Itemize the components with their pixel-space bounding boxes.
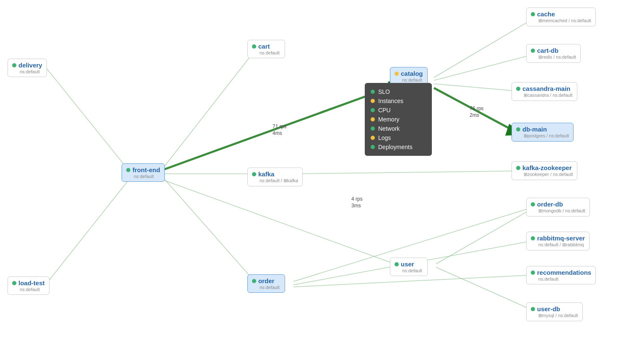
- node-recommendations-label: recommendations: [537, 269, 591, 276]
- status-dot-user-db: [531, 307, 535, 311]
- node-cassandra-main[interactable]: cassandra-main ⊞cassandra / ns:default: [512, 82, 577, 101]
- node-order-db-label: order-db: [537, 201, 563, 208]
- svg-line-13: [293, 275, 537, 287]
- svg-line-6: [164, 180, 400, 266]
- node-order-label: order: [258, 277, 274, 284]
- tooltip-label-network: Network: [378, 125, 400, 132]
- node-db-main[interactable]: db-main ⊞postgres / ns:default: [512, 123, 574, 142]
- node-user[interactable]: user ns:default: [390, 258, 428, 276]
- node-db-main-label: db-main: [522, 126, 547, 133]
- node-order-sub: ns:default: [252, 285, 280, 290]
- node-cart-db-label: cart-db: [537, 47, 558, 54]
- tooltip-item-instances[interactable]: Instances: [371, 96, 426, 106]
- status-dot-catalog: [395, 72, 399, 76]
- svg-line-0: [46, 68, 129, 171]
- tooltip-label-deployments: Deployments: [378, 144, 413, 150]
- node-cart-label: cart: [258, 43, 270, 50]
- tooltip-dot-slo: [371, 90, 375, 94]
- tooltip-item-cpu[interactable]: CPU: [371, 106, 426, 115]
- tooltip-item-deployments[interactable]: Deployments: [371, 142, 426, 152]
- catalog-tooltip-panel[interactable]: SLO Instances CPU Memory Network Logs De…: [365, 83, 432, 156]
- status-dot-cart: [252, 44, 256, 49]
- tooltip-dot-network: [371, 126, 375, 131]
- node-cache-sub: ⊞memcached / ns:default: [531, 18, 591, 23]
- svg-line-16: [293, 171, 520, 174]
- node-cache[interactable]: cache ⊞memcached / ns:default: [526, 8, 596, 26]
- node-delivery-label: delivery: [18, 62, 42, 69]
- node-catalog-sub: ns:default: [395, 77, 423, 83]
- status-dot-rabbitmq-server: [531, 236, 535, 240]
- tooltip-item-memory[interactable]: Memory: [371, 115, 426, 124]
- node-rabbitmq-server-sub: ns:default / ⊞rabbitmq: [531, 242, 585, 248]
- node-kafka-label: kafka: [258, 170, 274, 178]
- node-rabbitmq-server-label: rabbitmq-server: [537, 235, 585, 242]
- node-user-db-sub: ⊞mysql / ns:default: [531, 313, 578, 318]
- status-dot-delivery: [12, 63, 16, 67]
- status-dot-cart-db: [531, 49, 535, 53]
- node-recommendations-sub: ns:default: [531, 276, 591, 281]
- node-load-test-sub: ns:default: [12, 287, 45, 292]
- node-delivery-sub: ns:default: [12, 69, 42, 74]
- node-kafka-sub: ns:default / ⊞kafka: [252, 178, 298, 183]
- node-user-sub: ns:default: [395, 268, 423, 273]
- node-cache-label: cache: [537, 10, 555, 18]
- node-cart[interactable]: cart ns:default: [247, 40, 285, 58]
- node-cassandra-main-sub: ⊞cassandra / ns:default: [516, 93, 573, 98]
- node-rabbitmq-server[interactable]: rabbitmq-server ns:default / ⊞rabbitmq: [526, 232, 589, 250]
- node-kafka-zookeeper-label: kafka-zookeeper: [522, 164, 572, 171]
- node-front-end[interactable]: front-end ns:default: [122, 163, 165, 182]
- node-cassandra-main-label: cassandra-main: [522, 85, 570, 92]
- status-dot-recommendations: [531, 271, 535, 275]
- status-dot-cache: [531, 12, 535, 16]
- tooltip-dot-instances: [371, 99, 375, 103]
- status-dot-db-main: [516, 127, 520, 132]
- tooltip-label-instances: Instances: [378, 98, 403, 104]
- tooltip-item-network[interactable]: Network: [371, 124, 426, 133]
- node-delivery[interactable]: delivery ns:default: [8, 59, 47, 77]
- tooltip-item-logs[interactable]: Logs: [371, 133, 426, 142]
- status-dot-front-end: [126, 168, 130, 172]
- node-user-db[interactable]: user-db ⊞mysql / ns:default: [526, 302, 583, 321]
- edge-label-71rps: 71 rps4ms: [273, 124, 286, 137]
- tooltip-label-logs: Logs: [378, 134, 391, 141]
- status-dot-user: [395, 262, 399, 266]
- svg-line-8: [434, 54, 537, 80]
- tooltip-dot-deployments: [371, 145, 375, 149]
- node-front-end-label: front-end: [132, 166, 160, 173]
- svg-line-1: [46, 179, 129, 284]
- node-cart-db-sub: ⊞redis / ns:default: [531, 54, 576, 60]
- svg-line-4: [164, 178, 256, 283]
- node-order-db[interactable]: order-db ⊞mongodb / ns:default: [526, 198, 590, 217]
- node-catalog-label: catalog: [401, 70, 423, 77]
- node-kafka[interactable]: kafka ns:default / ⊞kafka: [247, 168, 303, 186]
- edge-label-76rps: 76 rps2ms: [470, 106, 483, 119]
- node-user-label: user: [401, 261, 414, 268]
- node-recommendations[interactable]: recommendations ns:default: [526, 266, 596, 284]
- status-dot-order: [252, 279, 256, 283]
- node-load-test-label: load-test: [18, 279, 45, 286]
- tooltip-label-memory: Memory: [378, 116, 400, 123]
- tooltip-label-slo: SLO: [378, 88, 390, 95]
- node-cart-db[interactable]: cart-db ⊞redis / ns:default: [526, 44, 581, 63]
- node-kafka-zookeeper[interactable]: kafka-zookeeper ⊞zookeeper / ns:default: [512, 161, 577, 180]
- svg-line-2: [164, 49, 256, 168]
- tooltip-dot-memory: [371, 117, 375, 121]
- node-order-db-sub: ⊞mongodb / ns:default: [531, 208, 585, 214]
- node-kafka-zookeeper-sub: ⊞zookeeper / ns:default: [516, 172, 573, 177]
- svg-line-15: [436, 206, 537, 264]
- status-dot-kafka-zookeeper: [516, 166, 520, 170]
- svg-line-7: [434, 17, 537, 77]
- tooltip-dot-cpu: [371, 108, 375, 112]
- node-order[interactable]: order ns:default: [247, 274, 285, 293]
- status-dot-load-test: [12, 281, 16, 285]
- node-db-main-sub: ⊞postgres / ns:default: [516, 133, 569, 139]
- node-load-test[interactable]: load-test ns:default: [8, 276, 49, 295]
- tooltip-item-slo[interactable]: SLO: [371, 87, 426, 96]
- node-cart-sub: ns:default: [252, 50, 280, 55]
- status-dot-cassandra-main: [516, 87, 520, 91]
- svg-line-9: [434, 84, 520, 91]
- status-dot-kafka: [252, 172, 256, 176]
- node-front-end-sub: ns:default: [126, 174, 160, 179]
- tooltip-label-cpu: CPU: [378, 107, 391, 114]
- svg-line-14: [436, 267, 537, 312]
